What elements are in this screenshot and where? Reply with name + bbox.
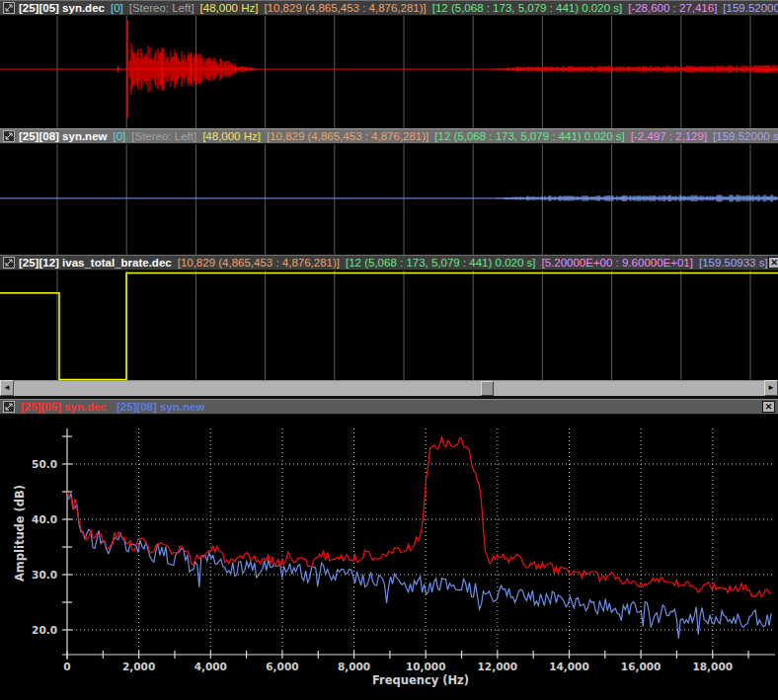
selection-info: [12 (5,068 : 173, 5,079 : 441) 0.020 s] <box>434 130 624 142</box>
diagonal-arrows-icon <box>5 4 13 12</box>
svg-text:Frequency (Hz): Frequency (Hz) <box>372 673 469 687</box>
panel-menu-icon[interactable] <box>3 2 15 14</box>
titlebar-spectrum[interactable]: [25][05] syn.dec [25][08] syn.new ✕ <box>0 399 778 415</box>
titlebar-syn-dec[interactable]: [25][05] syn.dec [0] [Stereo: Left] [48,… <box>0 0 778 16</box>
svg-text:12,000: 12,000 <box>478 661 518 672</box>
amplitude-range: [-2,497 : 2,129] <box>631 130 707 142</box>
svg-text:40.0: 40.0 <box>32 513 57 525</box>
svg-text:20.0: 20.0 <box>32 624 57 636</box>
spectrum-panel: 02,0004,0006,0008,00010,00012,00014,0001… <box>0 415 778 700</box>
svg-text:6,000: 6,000 <box>266 661 298 672</box>
duration: [159.52000 s] <box>723 2 778 14</box>
sample-rate: [48,000 Hz] <box>200 2 259 14</box>
waveform-syn-new[interactable] <box>0 144 778 255</box>
waveform-canvas-syn-new <box>0 144 778 255</box>
panel-menu-icon[interactable] <box>3 130 15 142</box>
panel-menu-icon[interactable] <box>3 401 15 413</box>
svg-text:14,000: 14,000 <box>549 661 589 672</box>
diagonal-arrows-icon <box>5 403 13 411</box>
amplitude-range: [-28,600 : 27,416] <box>628 2 717 14</box>
scrollbar-track[interactable] <box>14 380 764 396</box>
sample-range: [10,829 (4,865,453 : 4,876,281)] <box>178 257 340 269</box>
channel-index: [0] <box>113 130 125 142</box>
svg-text:16,000: 16,000 <box>621 661 661 672</box>
close-icon[interactable]: ✕ <box>768 257 778 269</box>
scroll-left-icon[interactable]: ◄ <box>0 380 14 396</box>
legend-syn-dec[interactable]: [25][05] syn.dec <box>21 401 107 413</box>
panel-title: [25][05] syn.dec <box>19 2 105 14</box>
duration: [159.52000 s] <box>713 130 778 142</box>
legend-syn-new[interactable]: [25][08] syn.new <box>117 401 204 413</box>
channel-mode: [Stereo: Left] <box>131 130 196 142</box>
svg-text:10,000: 10,000 <box>406 661 446 672</box>
horizontal-scrollbar[interactable]: ◄ ► <box>0 380 778 396</box>
panel-title: [25][08] syn.new <box>19 130 107 142</box>
audio-analysis-window: [25][05] syn.dec [0] [Stereo: Left] [48,… <box>0 0 778 700</box>
selection-info: [12 (5,068 : 173, 5,079 : 441) 0.020 s] <box>432 2 622 14</box>
svg-text:8,000: 8,000 <box>338 661 370 672</box>
svg-text:4,000: 4,000 <box>194 661 227 672</box>
sample-range: [10,829 (4,865,453 : 4,876,281)] <box>264 2 426 14</box>
spectrum-plot[interactable]: 02,0004,0006,0008,00010,00012,00014,0001… <box>0 415 778 700</box>
channel-index: [0] <box>111 2 123 14</box>
bitrate-step-trace[interactable] <box>0 271 778 380</box>
svg-text:2,000: 2,000 <box>122 661 155 672</box>
svg-text:0: 0 <box>63 661 70 672</box>
svg-text:30.0: 30.0 <box>32 569 57 581</box>
svg-text:Amplitude (dB): Amplitude (dB) <box>13 485 27 582</box>
sample-range: [10,829 (4,865,453 : 4,876,281)] <box>267 130 428 142</box>
svg-text:18,000: 18,000 <box>692 661 733 672</box>
scrollbar-thumb[interactable] <box>481 381 494 396</box>
panel-title: [25][12] ivas_total_brate.dec <box>19 257 172 269</box>
waveform-canvas-syn-dec <box>0 16 778 128</box>
diagonal-arrows-icon <box>5 259 13 267</box>
panel-menu-icon[interactable] <box>3 257 15 269</box>
duration: [159.50933 s] <box>699 257 768 269</box>
sample-rate: [48,000 Hz] <box>202 130 261 142</box>
value-range: [5.20000E+00 : 9.60000E+01] <box>541 257 692 269</box>
channel-mode: [Stereo: Left] <box>129 2 194 14</box>
close-icon[interactable]: ✕ <box>762 401 775 413</box>
waveform-syn-dec[interactable] <box>0 16 778 128</box>
diagonal-arrows-icon <box>5 132 13 140</box>
scroll-right-icon[interactable]: ► <box>764 380 778 396</box>
selection-info: [12 (5,068 : 173, 5,079 : 441) 0.020 s] <box>346 257 535 269</box>
step-canvas-bitrate <box>0 271 778 380</box>
titlebar-ivas-total-brate[interactable]: [25][12] ivas_total_brate.dec [10,829 (4… <box>0 255 778 271</box>
svg-text:50.0: 50.0 <box>32 458 57 470</box>
titlebar-syn-new[interactable]: [25][08] syn.new [0] [Stereo: Left] [48,… <box>0 128 778 144</box>
